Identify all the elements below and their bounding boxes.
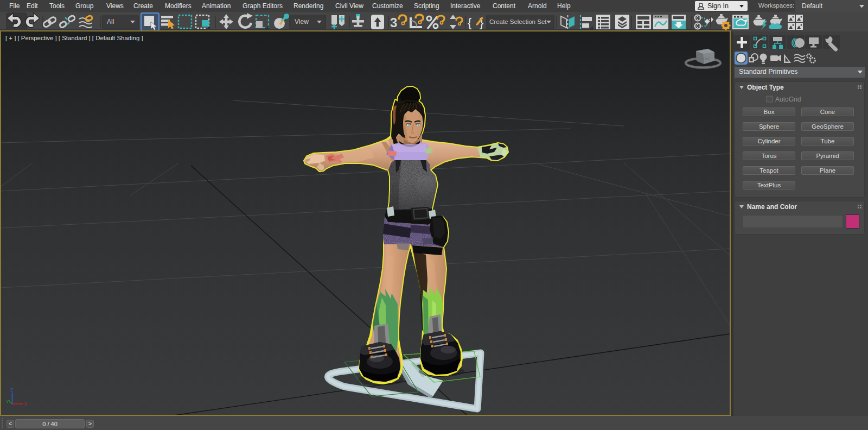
svg-text:FRONT: FRONT [699,57,711,61]
svg-text:[ + ] [ Perspective ] [ Standa: [ + ] [ Perspective ] [ Standard ] [ Def… [5,35,143,41]
svg-text:View: View [295,18,309,26]
svg-text:Y: Y [6,399,9,404]
svg-text:3: 3 [390,15,397,30]
svg-text:Z: Z [10,387,13,393]
svg-text:{: { [468,16,471,29]
svg-text:All: All [107,18,114,26]
svg-text:X: X [24,401,27,407]
svg-text:Create Selection Set: Create Selection Set [489,18,547,25]
